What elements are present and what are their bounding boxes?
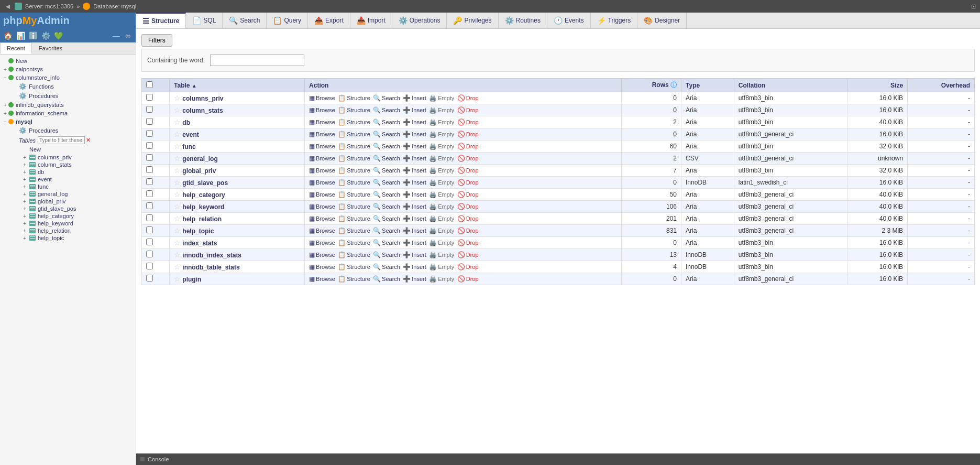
tree-table-global-priv[interactable]: + global_priv: [8, 198, 136, 205]
search-btn[interactable]: 🔍 Search: [373, 215, 400, 222]
row-select-checkbox[interactable]: [146, 94, 153, 101]
search-btn[interactable]: 🔍 Search: [373, 118, 400, 126]
table-name-link[interactable]: innodb_index_stats: [182, 252, 241, 259]
structure-btn[interactable]: 📋 Structure: [338, 275, 370, 283]
drop-btn[interactable]: 🚫 Drop: [457, 143, 479, 150]
star-icon[interactable]: ☆: [174, 214, 181, 223]
table-name-link[interactable]: column_stats: [182, 107, 223, 114]
empty-btn[interactable]: 🖨️ Empty: [429, 131, 454, 138]
tab-import[interactable]: 📥 Import: [350, 13, 392, 28]
search-btn[interactable]: 🔍 Search: [373, 251, 400, 258]
search-btn[interactable]: 🔍 Search: [373, 263, 400, 271]
star-icon[interactable]: ☆: [174, 94, 181, 102]
structure-btn[interactable]: 📋 Structure: [338, 203, 370, 210]
table-name-link[interactable]: general_log: [182, 155, 217, 163]
table-name-link[interactable]: db: [182, 119, 190, 126]
insert-btn[interactable]: ➕ Insert: [403, 94, 426, 102]
tree-new[interactable]: New: [0, 57, 136, 65]
search-btn[interactable]: 🔍 Search: [373, 179, 400, 186]
star-icon[interactable]: ☆: [174, 118, 181, 126]
table-name-link[interactable]: help_topic: [182, 228, 214, 235]
browse-btn[interactable]: ▦ Browse: [309, 143, 335, 150]
tree-table-help-relation[interactable]: + help_relation: [8, 227, 136, 234]
empty-btn[interactable]: 🖨️ Empty: [429, 143, 454, 150]
tree-table-help-topic[interactable]: + help_topic: [8, 234, 136, 242]
empty-btn[interactable]: 🖨️ Empty: [429, 227, 454, 234]
table-name-link[interactable]: help_category: [182, 191, 225, 199]
row-select-checkbox[interactable]: [146, 118, 153, 125]
browse-btn[interactable]: ▦ Browse: [309, 203, 335, 210]
select-all-checkbox[interactable]: [146, 81, 153, 88]
table-name-link[interactable]: help_keyword: [182, 203, 224, 211]
browse-btn[interactable]: ▦ Browse: [309, 94, 335, 102]
row-select-checkbox[interactable]: [146, 239, 153, 245]
tree-procedures[interactable]: ⚙️ Procedures: [8, 91, 136, 101]
drop-btn[interactable]: 🚫 Drop: [457, 167, 479, 174]
filters-button[interactable]: Filters: [141, 34, 172, 47]
empty-btn[interactable]: 🖨️ Empty: [429, 251, 454, 258]
row-select-checkbox[interactable]: [146, 251, 153, 257]
insert-btn[interactable]: ➕ Insert: [403, 106, 426, 114]
structure-btn[interactable]: 📋 Structure: [338, 94, 370, 102]
tab-export[interactable]: 📤 Export: [308, 13, 350, 28]
tree-table-help-keyword[interactable]: + help_keyword: [8, 220, 136, 227]
insert-btn[interactable]: ➕ Insert: [403, 191, 426, 198]
insert-btn[interactable]: ➕ Insert: [403, 275, 426, 283]
search-btn[interactable]: 🔍 Search: [373, 203, 400, 210]
row-select-checkbox[interactable]: [146, 263, 153, 269]
browse-btn[interactable]: ▦ Browse: [309, 131, 335, 138]
star-icon[interactable]: ☆: [174, 226, 181, 235]
drop-btn[interactable]: 🚫 Drop: [457, 118, 479, 126]
drop-btn[interactable]: 🚫 Drop: [457, 106, 479, 114]
browse-btn[interactable]: ▦ Browse: [309, 191, 335, 198]
browse-btn[interactable]: ▦ Browse: [309, 251, 335, 258]
info-icon[interactable]: ℹ️: [28, 31, 38, 40]
structure-btn[interactable]: 📋 Structure: [338, 251, 370, 258]
sidebar-tree[interactable]: New + calpontsys − columnstore_info ⚙️ F…: [0, 55, 136, 465]
drop-btn[interactable]: 🚫 Drop: [457, 94, 479, 102]
tree-calpontsys[interactable]: + calpontsys: [0, 65, 136, 73]
browse-btn[interactable]: ▦ Browse: [309, 155, 335, 162]
row-select-checkbox[interactable]: [146, 154, 153, 161]
tab-designer[interactable]: 🎨 Designer: [637, 13, 687, 28]
tree-table-general-log[interactable]: + general_log: [8, 190, 136, 198]
drop-btn[interactable]: 🚫 Drop: [457, 227, 479, 234]
row-select-checkbox[interactable]: [146, 166, 153, 173]
search-btn[interactable]: 🔍 Search: [373, 227, 400, 234]
drop-btn[interactable]: 🚫 Drop: [457, 155, 479, 162]
tab-query[interactable]: 📋 Query: [267, 13, 308, 28]
drop-btn[interactable]: 🚫 Drop: [457, 251, 479, 258]
browse-btn[interactable]: ▦ Browse: [309, 263, 335, 271]
tree-table-columns-priv[interactable]: + columns_priv: [8, 154, 136, 161]
table-name-link[interactable]: gtid_slave_pos: [182, 179, 228, 187]
row-select-checkbox[interactable]: [146, 106, 153, 113]
tab-triggers[interactable]: ⚡ Triggers: [591, 13, 638, 28]
browse-btn[interactable]: ▦ Browse: [309, 118, 335, 126]
table-name-link[interactable]: global_priv: [182, 167, 216, 175]
structure-btn[interactable]: 📋 Structure: [338, 118, 370, 126]
table-name-link[interactable]: event: [182, 131, 199, 138]
resize-icon[interactable]: ⊡: [971, 3, 976, 9]
search-btn[interactable]: 🔍 Search: [373, 143, 400, 150]
star-icon[interactable]: ☆: [174, 239, 181, 247]
insert-btn[interactable]: ➕ Insert: [403, 239, 426, 246]
tree-columnstore[interactable]: − columnstore_info: [0, 73, 136, 82]
table-name-link[interactable]: help_relation: [182, 215, 222, 223]
drop-btn[interactable]: 🚫 Drop: [457, 239, 479, 246]
tree-table-event[interactable]: + event: [8, 176, 136, 183]
filters-input[interactable]: [210, 55, 304, 66]
empty-btn[interactable]: 🖨️ Empty: [429, 179, 454, 186]
browse-btn[interactable]: ▦ Browse: [309, 179, 335, 186]
back-arrow[interactable]: ◄: [4, 2, 12, 10]
tree-infinidb[interactable]: + infinidb_querystats: [0, 101, 136, 109]
row-select-checkbox[interactable]: [146, 142, 153, 149]
tab-structure[interactable]: ☰ Structure: [136, 13, 186, 28]
structure-btn[interactable]: 📋 Structure: [338, 143, 370, 150]
browse-btn[interactable]: ▦ Browse: [309, 167, 335, 174]
empty-btn[interactable]: 🖨️ Empty: [429, 94, 454, 102]
drop-btn[interactable]: 🚫 Drop: [457, 131, 479, 138]
structure-btn[interactable]: 📋 Structure: [338, 167, 370, 174]
star-icon[interactable]: ☆: [174, 130, 181, 138]
structure-btn[interactable]: 📋 Structure: [338, 263, 370, 271]
structure-btn[interactable]: 📋 Structure: [338, 239, 370, 246]
